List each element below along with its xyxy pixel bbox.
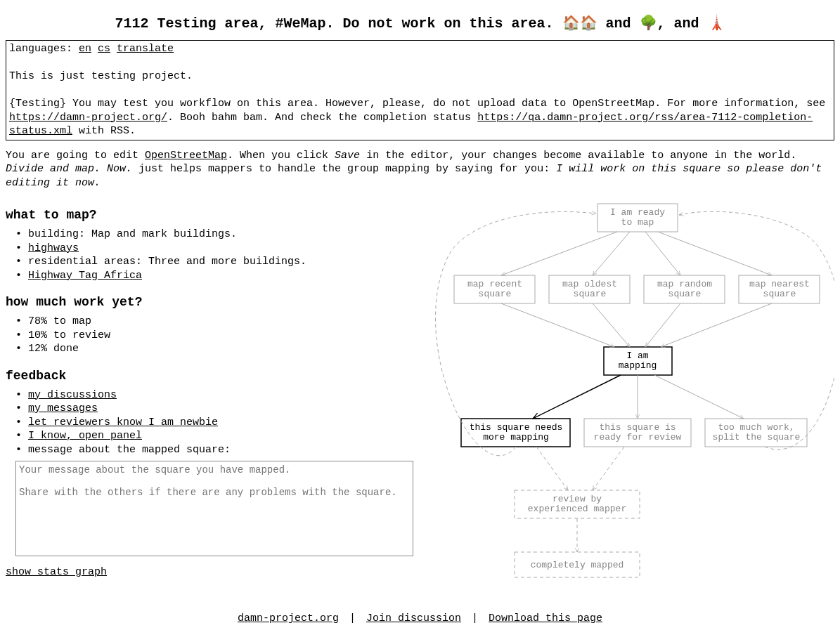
footer-join-link[interactable]: Join discussion xyxy=(366,612,461,623)
svg-text:to map: to map xyxy=(621,217,654,228)
svg-text:this square needs: this square needs xyxy=(470,422,563,433)
list-item: I know, open panel xyxy=(15,429,420,443)
feedback-list: my discussions my messages let reviewers… xyxy=(6,388,420,457)
footer-download-link[interactable]: Download this page xyxy=(489,612,602,623)
what-to-map-list: building: Map and mark buildings. highwa… xyxy=(6,228,420,282)
footer-site-link[interactable]: damn-project.org xyxy=(238,612,339,623)
svg-line-37 xyxy=(654,375,744,419)
save-em: Save xyxy=(335,150,360,162)
svg-text:split the square: split the square xyxy=(713,432,801,442)
svg-text:too much work,: too much work, xyxy=(718,422,794,433)
intro-b: . When you click xyxy=(227,150,335,162)
separator: | xyxy=(349,612,356,623)
highways-link[interactable]: highways xyxy=(28,242,79,254)
show-stats-link[interactable]: show stats graph xyxy=(6,566,107,578)
how-much-list: 78% to map 10% to review 12% done xyxy=(6,315,420,356)
svg-text:square: square xyxy=(763,289,796,299)
svg-text:this square is: this square is xyxy=(599,422,676,433)
svg-text:experienced mapper: experienced mapper xyxy=(528,504,626,514)
newbie-link[interactable]: let reviewers know I am newbie xyxy=(28,417,218,428)
svg-line-16 xyxy=(593,232,630,275)
my-messages-link[interactable]: my messages xyxy=(28,402,98,414)
svg-line-35 xyxy=(533,375,621,419)
desc-link-1[interactable]: https://damn-project.org/ xyxy=(9,112,167,124)
desc-body-b: . Booh bahm bam. And check the completio… xyxy=(167,112,477,124)
svg-text:square: square xyxy=(479,289,512,299)
languages-label: languages: xyxy=(9,43,72,55)
intro-d: just helps mappers to handle the group m… xyxy=(132,163,556,175)
list-item: building: Map and mark buildings. xyxy=(15,228,420,242)
list-item: let reviewers know I am newbie xyxy=(15,416,420,430)
svg-line-24 xyxy=(645,303,680,347)
slogan-em: Divide and map. Now. xyxy=(6,163,132,175)
list-item: my discussions xyxy=(15,388,420,402)
desc-body-c: with RSS. xyxy=(72,125,136,137)
list-item: my messages xyxy=(15,402,420,416)
svg-text:mapping: mapping xyxy=(619,360,657,371)
svg-text:I am ready: I am ready xyxy=(610,207,665,218)
svg-text:review by: review by xyxy=(553,494,602,504)
svg-line-22 xyxy=(501,303,614,347)
svg-text:completely mapped: completely mapped xyxy=(531,560,624,570)
highway-tag-africa-link[interactable]: Highway Tag Africa xyxy=(28,270,142,282)
svg-text:map oldest: map oldest xyxy=(562,279,617,289)
lang-cs-link[interactable]: cs xyxy=(98,43,110,55)
intro-c: in the editor, your changes become avail… xyxy=(360,150,796,162)
svg-text:map nearest: map nearest xyxy=(749,279,810,289)
osm-link[interactable]: OpenStreetMap xyxy=(145,150,227,162)
list-item: 12% done xyxy=(15,342,420,356)
description-box: languages: en cs translate This is just … xyxy=(6,40,834,140)
list-item: Highway Tag Africa xyxy=(15,269,420,283)
my-discussions-link[interactable]: my discussions xyxy=(28,389,117,401)
message-textarea[interactable] xyxy=(15,461,413,556)
what-to-map-heading: what to map? xyxy=(6,208,420,222)
list-item: residential areas: Three and more buildi… xyxy=(15,255,420,269)
translate-link[interactable]: translate xyxy=(117,43,174,55)
svg-line-43 xyxy=(536,447,568,490)
svg-text:more mapping: more mapping xyxy=(483,432,549,442)
svg-line-15 xyxy=(501,232,617,275)
lang-en-link[interactable]: en xyxy=(79,43,91,55)
svg-text:map random: map random xyxy=(657,279,712,289)
workflow-diagram: I am ready to map map recent square map … xyxy=(434,199,834,607)
desc-body-a: {Testing} You may test you workflow on t… xyxy=(9,98,825,110)
message-label: message about the mapped square: xyxy=(15,443,420,457)
footer: damn-project.org | Join discussion | Dow… xyxy=(6,612,834,623)
intro-a: You are going to edit xyxy=(6,150,145,162)
list-item: 78% to map xyxy=(15,315,420,329)
page-title: 7112 Testing area, #WeMap. Do not work o… xyxy=(6,14,834,32)
svg-text:I am: I am xyxy=(626,350,648,361)
open-panel-link[interactable]: I know, open panel xyxy=(28,430,142,442)
svg-text:square: square xyxy=(668,289,702,299)
list-item: 10% to review xyxy=(15,329,420,343)
svg-text:square: square xyxy=(574,289,607,299)
svg-line-25 xyxy=(661,303,772,347)
feedback-heading: feedback xyxy=(6,369,420,383)
separator: | xyxy=(472,612,478,623)
desc-intro: This is just testing project. xyxy=(9,70,193,82)
intro-paragraph: You are going to edit OpenStreetMap. Whe… xyxy=(6,149,834,190)
list-item: highways xyxy=(15,242,420,256)
svg-text:map recent: map recent xyxy=(467,279,522,289)
svg-text:ready for review: ready for review xyxy=(594,432,682,442)
how-much-heading: how much work yet? xyxy=(6,295,420,309)
svg-line-44 xyxy=(593,447,624,490)
